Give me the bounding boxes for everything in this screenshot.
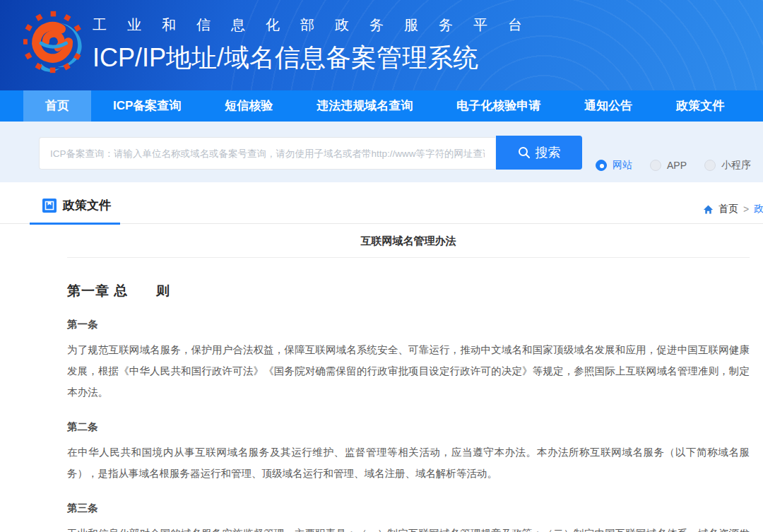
article-1-text: 为了规范互联网域名服务，保护用户合法权益，保障互联网域名系统安全、可靠运行，推动…: [67, 339, 750, 403]
radio-label: APP: [667, 160, 687, 171]
radio-selected-icon[interactable]: [596, 160, 607, 171]
breadcrumb: 首页 > 政策文件: [703, 203, 763, 215]
article-3-text: 工业和信息化部对全国的域名服务实施监督管理，主要职责是：（一）制定互联网域名管理…: [67, 523, 750, 532]
platform-title: 工业和信息化部政务服务平台: [93, 16, 543, 35]
article-2-text: 在中华人民共和国境内从事互联网域名服务及其运行维护、监督管理等相关活动，应当遵守…: [67, 442, 750, 484]
document-divider: [67, 257, 750, 258]
radio-unselected-icon[interactable]: [650, 160, 661, 171]
section-title-label: 政策文件: [63, 197, 111, 213]
article-3-underlined-lead: 工业和信息化部对全国的域名服务实施监督管理，: [67, 528, 295, 532]
search-type-radio-group: 网站APP小程序快应用: [596, 159, 763, 172]
chapter-heading: 第一章 总 则: [67, 282, 750, 300]
radio-label: 网站: [613, 159, 632, 172]
article-1-heading: 第一条: [67, 318, 750, 331]
articles-container: 第一条为了规范互联网域名服务，保护用户合法权益，保障互联网域名系统安全、可靠运行…: [67, 318, 750, 532]
system-title: ICP/IP地址/域名信息备案管理系统: [93, 41, 543, 76]
section-title-underline: [30, 223, 120, 225]
radio-unselected-icon[interactable]: [704, 160, 716, 171]
nav-item-7[interactable]: 政策文件: [654, 90, 746, 122]
search-icon: [518, 146, 531, 159]
breadcrumb-home[interactable]: 首页: [718, 203, 738, 215]
site-header: 工业和信息化部政务服务平台 ICP/IP地址/域名信息备案管理系统: [0, 0, 763, 90]
main-nav: 首页ICP备案查询短信核验违法违规域名查询电子化核验申请通知公告政策文件: [0, 90, 763, 122]
radio-label: 小程序: [721, 159, 751, 172]
article-3-heading: 第三条: [67, 502, 750, 515]
article-2-heading: 第二条: [67, 420, 750, 434]
document-title: 互联网域名管理办法: [67, 224, 750, 257]
breadcrumb-separator: >: [743, 203, 749, 215]
search-type-radio-3[interactable]: 小程序: [704, 159, 751, 172]
document-body: 互联网域名管理办法 第一章 总 则 第一条为了规范互联网域名服务，保护用户合法权…: [67, 224, 750, 532]
policy-book-icon: [42, 199, 57, 213]
search-input[interactable]: [39, 137, 495, 170]
nav-item-2[interactable]: ICP备案查询: [91, 90, 203, 122]
search-band: 搜索 网站APP小程序快应用: [0, 122, 763, 182]
search-button[interactable]: 搜索: [496, 136, 582, 170]
search-type-radio-2[interactable]: APP: [650, 160, 687, 171]
home-icon: [703, 204, 714, 215]
search-button-label: 搜索: [536, 144, 561, 161]
header-titles: 工业和信息化部政务服务平台 ICP/IP地址/域名信息备案管理系统: [93, 16, 543, 76]
section-title: 政策文件: [42, 197, 111, 213]
nav-item-1[interactable]: 首页: [23, 90, 91, 122]
section-header: 政策文件 首页 > 政策文件: [0, 182, 763, 224]
search-type-radio-1[interactable]: 网站: [596, 159, 632, 172]
gear-e-logo-icon: [23, 6, 83, 81]
breadcrumb-current[interactable]: 政策文件: [754, 203, 763, 215]
nav-item-6[interactable]: 通知公告: [562, 90, 654, 122]
nav-item-5[interactable]: 电子化核验申请: [434, 90, 562, 122]
nav-item-4[interactable]: 违法违规域名查询: [295, 90, 434, 122]
miit-logo-icon: [23, 6, 83, 84]
nav-item-3[interactable]: 短信核验: [203, 90, 295, 122]
